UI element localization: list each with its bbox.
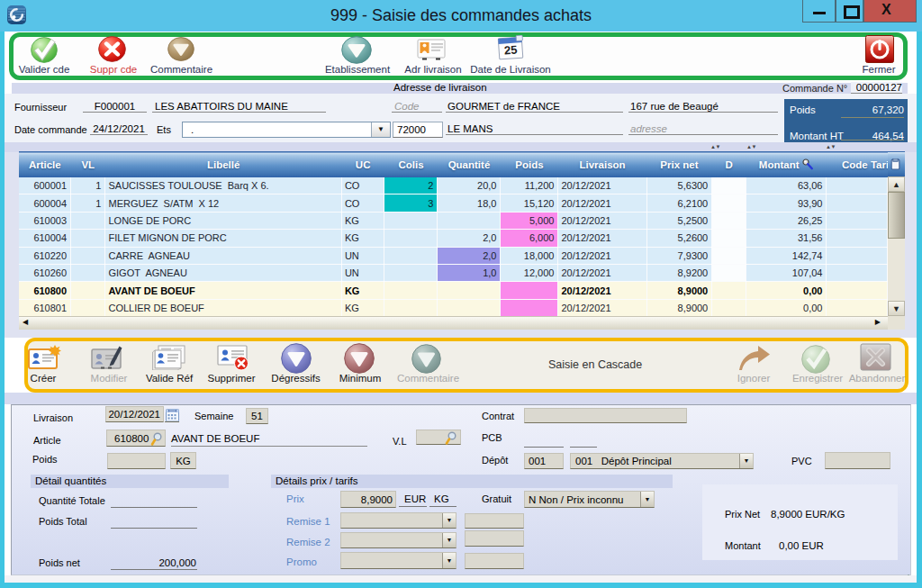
svg-text:25: 25: [503, 43, 517, 58]
